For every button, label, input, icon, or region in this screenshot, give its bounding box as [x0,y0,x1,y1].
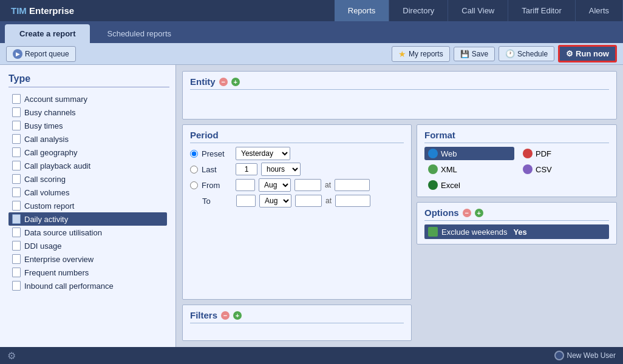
sidebar-item-call-volumes[interactable]: Call volumes [9,186,167,199]
entity-add-button[interactable]: + [231,78,240,86]
from-year-input[interactable]: 2023 [294,179,321,191]
options-panel-title: Options − + [424,207,609,221]
star-icon: ★ [398,49,406,59]
save-label: Save [472,50,488,58]
from-time-input[interactable]: 00:00:00 [335,179,370,191]
format-csv-label: CSV [536,165,552,174]
options-add-button[interactable]: + [475,209,483,217]
sidebar-title: Type [9,73,169,87]
last-unit-select[interactable]: hours days weeks [261,163,301,176]
sidebar-item-ddi-usage[interactable]: DDI usage [9,239,167,252]
format-panel-title: Format [424,130,609,143]
entity-collapse-button[interactable]: − [219,78,228,86]
format-option-csv[interactable]: CSV [519,163,609,176]
nav-tab-reports[interactable]: Reports [335,0,390,21]
format-option-excel[interactable]: Excel [424,178,514,192]
sidebar-item-frequent-numbers[interactable]: Frequent numbers [9,266,167,279]
excel-icon [428,180,438,190]
calendar-icon [428,227,438,237]
period-preset-row: Preset Yesterday Today This week Last we… [190,147,404,160]
format-option-xml[interactable]: XML [424,163,514,176]
preset-select[interactable]: Yesterday Today This week Last week This… [236,147,290,160]
nav-tab-directory[interactable]: Directory [389,0,448,21]
filters-add-button[interactable]: + [233,311,242,320]
from-month-select[interactable]: AugJanFebMar AprMayJunJul SepOctNovDec [259,178,291,192]
doc-icon [12,134,21,144]
logo-suffix: Enterprise [29,5,74,16]
to-time-input[interactable]: 23:59:59 [335,195,370,207]
logo-prefix: TIM [11,5,27,16]
format-option-pdf[interactable]: PDF [519,147,609,160]
doc-icon [12,281,21,291]
filters-collapse-button[interactable]: − [221,311,230,320]
entity-title-text: Entity [190,76,216,87]
sidebar-item-daily-activity[interactable]: Daily activity [9,212,167,226]
sidebar-item-inbound-call-performance[interactable]: Inbound call performance [9,279,167,292]
right-bottom: Format Web PDF XML [417,124,617,341]
doc-icon [12,268,21,277]
to-year-input[interactable]: 2023 [295,195,322,207]
schedule-icon: 🕐 [505,49,515,58]
format-pdf-label: PDF [536,149,551,158]
sidebar-item-call-geography[interactable]: Call geography [9,146,167,159]
sidebar-item-call-analysis[interactable]: Call analysis [9,132,167,146]
options-collapse-button[interactable]: − [463,209,471,217]
sidebar-label: Busy times [24,121,63,130]
filters-title-text: Filters [190,310,217,320]
last-radio[interactable] [190,166,198,174]
to-label: To [202,197,233,206]
to-month-select[interactable]: AugJanFebMar AprMayJunJul SepOctNovDec [259,194,291,207]
sidebar-label: Call volumes [24,188,69,197]
sidebar-label: Data source utilisation [24,228,102,237]
sub-tab-create-report[interactable]: Create a report [5,24,90,43]
nav-tab-tariff-editor[interactable]: Tariff Editor [508,0,576,21]
preset-radio[interactable] [190,150,198,158]
sidebar-item-account-summary[interactable]: Account summary [9,92,167,106]
sidebar-item-busy-channels[interactable]: Busy channels [9,106,167,119]
format-grid: Web PDF XML CSV [424,147,609,192]
sub-tab-scheduled-reports[interactable]: Scheduled reports [92,24,186,43]
status-bar: ⚙ New Web User [0,347,623,364]
preset-label: Preset [202,149,232,158]
run-now-button[interactable]: ⚙ Run now [558,45,617,62]
nav-tab-alerts[interactable]: Alerts [576,0,623,21]
format-option-web[interactable]: Web [424,147,514,160]
sidebar: Type Account summary Busy channels Busy … [0,65,176,347]
to-day-input[interactable]: 09 [236,195,256,207]
schedule-button[interactable]: 🕐 Schedule [499,46,554,61]
report-queue-button[interactable]: ▶ Report queue [6,46,76,62]
sidebar-label: DDI usage [24,241,61,251]
from-radio[interactable] [190,181,198,189]
sidebar-item-call-playback-audit[interactable]: Call playback audit [9,159,167,172]
last-value-input[interactable] [236,163,257,175]
left-bottom: Period Preset Yesterday Today This week … [182,124,412,341]
sidebar-label: Custom report [24,201,74,211]
settings-gear-icon[interactable]: ⚙ [7,350,16,362]
exclude-weekends-label: Exclude weekends [441,228,507,237]
save-button[interactable]: 💾 Save [454,47,495,61]
sidebar-list: Account summary Busy channels Busy times… [9,92,169,346]
sidebar-label: Call playback audit [24,161,90,170]
sidebar-item-enterprise-overview[interactable]: Enterprise overview [9,252,167,266]
doc-icon [12,214,21,224]
exclude-weekends-option[interactable]: Exclude weekends Yes [424,224,609,239]
nav-tab-call-view[interactable]: Call View [448,0,508,21]
sidebar-item-call-scoring[interactable]: Call scoring [9,172,167,186]
doc-icon [12,161,21,170]
web-icon [428,149,438,158]
from-day-input[interactable]: 09 [236,179,255,191]
period-title-text: Period [190,130,219,140]
entity-panel-title: Entity − + [190,76,609,90]
sidebar-label: Daily activity [24,215,68,224]
sidebar-item-busy-times[interactable]: Busy times [9,119,167,132]
world-icon [554,351,564,360]
sidebar-label: Call geography [24,148,77,157]
my-reports-button[interactable]: ★ My reports [392,46,450,62]
doc-icon [12,187,21,197]
format-web-label: Web [441,149,457,158]
filters-panel: Filters − + [182,305,412,341]
sidebar-item-custom-report[interactable]: Custom report [9,199,167,212]
format-xml-label: XML [441,165,457,174]
sidebar-item-data-source-utilisation[interactable]: Data source utilisation [9,226,167,239]
sidebar-label: Enterprise overview [24,255,94,264]
